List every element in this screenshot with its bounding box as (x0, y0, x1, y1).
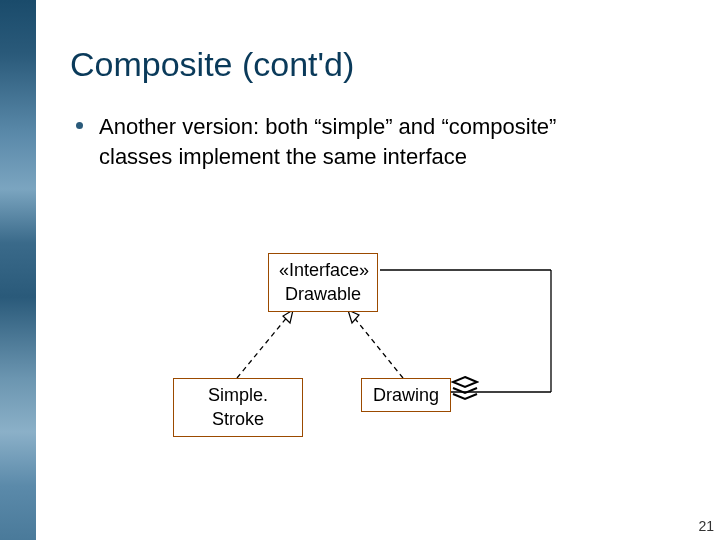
simple-class-label: Simple. Stroke (208, 385, 268, 429)
bullet-text: Another version: both “simple” and “comp… (99, 112, 559, 171)
page-number: 21 (698, 518, 714, 534)
slide-content: Composite (cont'd) Another version: both… (70, 45, 690, 171)
bullet-item: Another version: both “simple” and “comp… (76, 112, 690, 171)
interface-stereotype: «Interface» (279, 258, 367, 282)
bullet-dot-icon (76, 122, 83, 129)
stack-icon (451, 375, 479, 405)
svg-line-0 (237, 310, 293, 378)
composite-class-box: Drawing (361, 378, 451, 412)
interface-name: Drawable (279, 282, 367, 306)
slide-title: Composite (cont'd) (70, 45, 690, 84)
composite-class-label: Drawing (373, 385, 439, 405)
sidebar-decorative-stripe (0, 0, 36, 540)
interface-box: «Interface» Drawable (268, 253, 378, 312)
simple-class-box: Simple. Stroke (173, 378, 303, 437)
uml-diagram: «Interface» Drawable Simple. Stroke Draw… (155, 230, 575, 440)
svg-marker-7 (453, 377, 477, 387)
svg-line-2 (348, 310, 403, 378)
